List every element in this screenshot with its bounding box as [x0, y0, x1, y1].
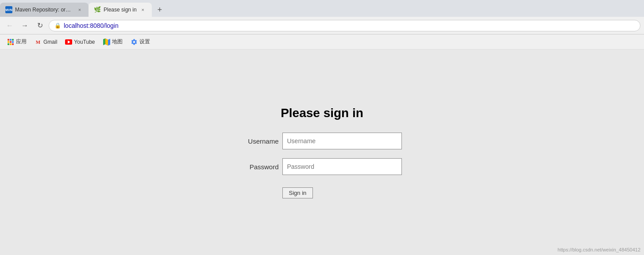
browser-chrome: MVN Maven Repository: org.springf × 🌿 Pl…: [0, 0, 644, 49]
bookmark-settings-label: 设置: [139, 38, 150, 46]
password-label: Password: [243, 163, 282, 171]
password-input[interactable]: [282, 158, 402, 175]
url-bar[interactable]: 🔒 localhost:8080/login: [49, 20, 640, 31]
tab-maven-title: Maven Repository: org.springf: [15, 7, 73, 13]
tab-signin[interactable]: 🌿 Please sign in ×: [89, 3, 152, 17]
tab-bar: MVN Maven Repository: org.springf × 🌿 Pl…: [0, 0, 644, 17]
lock-icon: 🔒: [54, 23, 61, 29]
youtube-icon: [65, 38, 72, 46]
forward-button[interactable]: →: [19, 19, 31, 32]
bookmark-settings[interactable]: 设置: [127, 37, 154, 47]
password-row: Password: [243, 158, 402, 175]
tab-maven-close[interactable]: ×: [76, 6, 83, 13]
bookmark-youtube-label: YouTube: [74, 39, 95, 45]
gmail-icon: M: [35, 38, 42, 46]
address-bar: ← → ↻ 🔒 localhost:8080/login: [0, 17, 644, 34]
apps-icon: [7, 38, 14, 46]
tab-signin-title: Please sign in: [104, 7, 137, 13]
maps-icon: [103, 38, 110, 46]
bookmark-apps-label: 应用: [16, 38, 27, 46]
bookmarks-bar: 应用 M Gmail YouTube: [0, 34, 644, 49]
leaf-favicon-icon: 🌿: [94, 6, 101, 13]
new-tab-button[interactable]: +: [154, 4, 166, 16]
url-text: localhost:8080/login: [64, 22, 635, 29]
username-label: Username: [243, 137, 282, 145]
svg-marker-5: [108, 39, 110, 46]
username-row: Username: [243, 133, 402, 149]
bookmark-maps-label: 地图: [112, 38, 123, 46]
watermark: https://blog.csdn.net/weixin_48450412: [558, 247, 640, 252]
back-button[interactable]: ←: [4, 19, 16, 32]
signin-button[interactable]: Sign in: [282, 187, 313, 198]
bookmark-gmail[interactable]: M Gmail: [31, 37, 61, 47]
username-input[interactable]: [282, 133, 402, 149]
login-form: Please sign in Username Password Sign in: [243, 106, 402, 198]
settings-icon: [131, 38, 138, 46]
bookmark-apps[interactable]: 应用: [4, 37, 30, 47]
tab-signin-close[interactable]: ×: [139, 6, 147, 13]
page-content: Please sign in Username Password Sign in…: [0, 49, 644, 255]
tab-maven[interactable]: MVN Maven Repository: org.springf ×: [0, 3, 89, 17]
reload-button[interactable]: ↻: [34, 19, 46, 32]
bookmark-gmail-label: Gmail: [43, 39, 57, 45]
mvn-favicon-icon: MVN: [5, 6, 12, 13]
svg-marker-3: [103, 38, 105, 45]
login-title: Please sign in: [281, 106, 363, 120]
bookmark-maps[interactable]: 地图: [100, 37, 126, 47]
bookmark-youtube[interactable]: YouTube: [62, 37, 98, 47]
